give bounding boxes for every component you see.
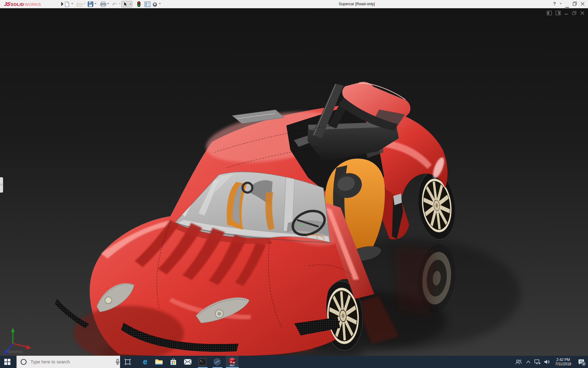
windows-logo-icon bbox=[4, 359, 10, 365]
volume-icon bbox=[544, 359, 550, 364]
feature-pane-right-icon[interactable] bbox=[556, 11, 561, 15]
restore-icon bbox=[573, 2, 577, 6]
solidworks-logo: 3S SOLIDWORKS bbox=[4, 1, 41, 7]
svg-text:W: W bbox=[233, 361, 235, 364]
app-titlebar: 3S SOLIDWORKS Supercar [Read-only] ? bbox=[0, 0, 588, 8]
notification-badge: 3 bbox=[582, 362, 586, 366]
undo-button[interactable] bbox=[111, 1, 118, 7]
new-document-button[interactable] bbox=[64, 1, 70, 7]
task-view-icon bbox=[125, 359, 131, 365]
volume-button[interactable] bbox=[542, 356, 552, 368]
options-button[interactable] bbox=[151, 1, 158, 7]
open-folder-icon bbox=[77, 2, 83, 7]
new-document-icon bbox=[65, 2, 70, 7]
view-orientation-label: *Dimetric bbox=[6, 349, 23, 354]
search-input[interactable] bbox=[30, 359, 101, 365]
taskbar-edrawings-button[interactable] bbox=[211, 356, 223, 368]
select-tool-button[interactable] bbox=[121, 1, 132, 7]
task-pane-list-icon bbox=[145, 2, 150, 7]
gear-icon bbox=[152, 1, 158, 7]
taskbar-clock[interactable]: 2:42 PM 7/11/2018 bbox=[552, 358, 575, 366]
doc-close-icon[interactable] bbox=[580, 11, 584, 15]
new-document-caret[interactable] bbox=[71, 3, 73, 4]
minimize-icon bbox=[565, 7, 569, 8]
traffic-light-icon bbox=[137, 1, 141, 7]
help-button[interactable]: ? bbox=[553, 1, 556, 6]
print-caret[interactable] bbox=[107, 3, 109, 4]
doc-minimize-icon[interactable] bbox=[564, 11, 568, 15]
open-button[interactable] bbox=[76, 1, 83, 7]
print-button[interactable] bbox=[100, 1, 107, 7]
svg-text:>_: >_ bbox=[200, 360, 203, 363]
network-button[interactable] bbox=[533, 356, 542, 368]
cortana-icon bbox=[20, 358, 27, 365]
chevron-up-icon bbox=[526, 361, 530, 363]
document-window-controls bbox=[547, 11, 584, 15]
clock-date: 7/11/2018 bbox=[552, 362, 575, 366]
model-scene bbox=[0, 8, 588, 356]
action-center-button[interactable]: 3 bbox=[575, 356, 588, 368]
taskbar-edge-button[interactable]: e bbox=[139, 356, 151, 368]
close-button[interactable] bbox=[581, 2, 585, 7]
printer-icon bbox=[100, 2, 106, 7]
svg-text:e: e bbox=[143, 358, 147, 366]
undo-icon bbox=[111, 2, 118, 7]
select-cursor-icon bbox=[123, 2, 128, 7]
clock-time: 2:42 PM bbox=[552, 358, 575, 362]
display-states-button[interactable] bbox=[135, 1, 142, 7]
menu-flyout-arrow-icon[interactable] bbox=[61, 2, 63, 6]
people-button[interactable] bbox=[513, 356, 524, 368]
close-icon bbox=[581, 2, 585, 6]
windows-taskbar: e >_ bbox=[0, 356, 588, 368]
microphone-icon[interactable] bbox=[115, 359, 120, 365]
feature-tree-flyout-tab[interactable] bbox=[0, 177, 3, 193]
select-caret[interactable] bbox=[130, 4, 131, 5]
open-caret[interactable] bbox=[84, 3, 85, 4]
flyout-tab-dot bbox=[1, 184, 2, 186]
svg-text:S: S bbox=[230, 361, 232, 363]
file-explorer-icon bbox=[155, 358, 163, 365]
task-pane-button[interactable] bbox=[144, 1, 151, 7]
mail-icon bbox=[184, 359, 192, 365]
start-button[interactable] bbox=[0, 356, 15, 368]
microsoft-store-icon bbox=[170, 358, 177, 366]
doc-restore-icon[interactable] bbox=[572, 11, 577, 15]
graphics-viewport[interactable]: *Dimetric bbox=[0, 8, 588, 356]
edrawings-hexagon-icon bbox=[213, 358, 221, 366]
taskbar-explorer-button[interactable] bbox=[153, 356, 165, 368]
document-title: Supercar [Read-only] bbox=[339, 2, 375, 6]
taskbar-solidworks-button[interactable]: S W 2017 bbox=[226, 356, 239, 368]
taskbar-store-button[interactable] bbox=[168, 356, 179, 368]
tray-overflow-button[interactable] bbox=[524, 356, 533, 368]
solidworks-logo-icon: 3S bbox=[4, 1, 11, 7]
restore-button[interactable] bbox=[573, 2, 577, 7]
solidworks-2017-icon: S W 2017 bbox=[228, 357, 236, 366]
people-icon bbox=[515, 359, 522, 365]
help-caret[interactable] bbox=[560, 3, 562, 4]
save-button[interactable] bbox=[87, 1, 94, 7]
task-view-button[interactable] bbox=[122, 356, 134, 368]
save-floppy-icon bbox=[88, 1, 93, 7]
save-caret[interactable] bbox=[95, 3, 96, 4]
taskbar-mail-button[interactable] bbox=[182, 356, 194, 368]
svg-text:2017: 2017 bbox=[230, 364, 235, 366]
edge-icon: e bbox=[141, 358, 149, 366]
undo-caret[interactable] bbox=[119, 3, 121, 4]
options-caret[interactable] bbox=[159, 3, 161, 4]
command-prompt-icon: >_ bbox=[198, 358, 206, 366]
feature-pane-left-icon[interactable] bbox=[547, 11, 552, 15]
taskbar-cmd-button[interactable]: >_ bbox=[197, 356, 208, 368]
taskbar-search[interactable] bbox=[17, 356, 120, 368]
system-tray: 2:42 PM 7/11/2018 3 bbox=[513, 356, 588, 368]
network-icon bbox=[534, 359, 541, 364]
